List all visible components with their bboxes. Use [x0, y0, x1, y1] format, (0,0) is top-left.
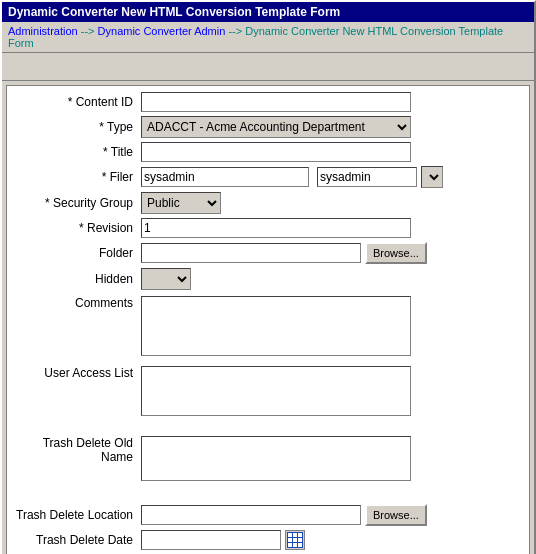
- comments-row: Comments: [7, 292, 529, 362]
- trash-location-label: Trash Delete Location: [11, 508, 141, 522]
- trash-location-row: Trash Delete Location Browse...: [7, 502, 529, 528]
- form-container: * Content ID * Type ADACCT - Acme Accoun…: [6, 85, 530, 554]
- filer-field: [141, 166, 525, 188]
- title-input[interactable]: [141, 142, 411, 162]
- title-row: * Title: [7, 140, 529, 164]
- trash-old-name-row: Trash Delete Old Name: [7, 432, 529, 502]
- hidden-field: Yes No: [141, 268, 525, 290]
- filer-row: * Filer: [7, 164, 529, 190]
- calendar-button[interactable]: [285, 530, 305, 550]
- filer-input2[interactable]: [317, 167, 417, 187]
- comments-field: [141, 296, 525, 356]
- security-group-field: Public Private Secure: [141, 192, 525, 214]
- comments-label: Comments: [11, 296, 141, 310]
- security-group-label: * Security Group: [11, 196, 141, 210]
- folder-label: Folder: [11, 246, 141, 260]
- hidden-label: Hidden: [11, 272, 141, 286]
- type-row: * Type ADACCT - Acme Accounting Departme…: [7, 114, 529, 140]
- trash-location-browse-button[interactable]: Browse...: [365, 504, 427, 526]
- content-id-input[interactable]: [141, 92, 411, 112]
- revision-label: * Revision: [11, 221, 141, 235]
- security-group-row: * Security Group Public Private Secure: [7, 190, 529, 216]
- revision-field: [141, 218, 525, 238]
- folder-field: Browse...: [141, 242, 525, 264]
- comments-textarea[interactable]: [141, 296, 411, 356]
- content-id-row: * Content ID: [7, 90, 529, 114]
- trash-old-name-field: [141, 436, 525, 481]
- user-access-row: User Access List: [7, 362, 529, 432]
- breadcrumb-admin[interactable]: Administration: [8, 25, 78, 37]
- title-label: * Title: [11, 145, 141, 159]
- type-field: ADACCT - Acme Accounting Department Othe…: [141, 116, 525, 138]
- content-id-field: [141, 92, 525, 112]
- hidden-row: Hidden Yes No: [7, 266, 529, 292]
- window-title: Dynamic Converter New HTML Conversion Te…: [8, 5, 340, 19]
- trash-old-name-textarea[interactable]: [141, 436, 411, 481]
- folder-row: Folder Browse...: [7, 240, 529, 266]
- folder-browse-button[interactable]: Browse...: [365, 242, 427, 264]
- trash-date-row: Trash Delete Date: [7, 528, 529, 552]
- filer-input1[interactable]: [141, 167, 309, 187]
- trash-old-name-label: Trash Delete Old Name: [11, 436, 141, 464]
- user-access-textarea[interactable]: [141, 366, 411, 416]
- revision-row: * Revision: [7, 216, 529, 240]
- user-access-field: [141, 366, 525, 416]
- title-field: [141, 142, 525, 162]
- title-bar: Dynamic Converter New HTML Conversion Te…: [2, 2, 534, 22]
- trash-date-input[interactable]: [141, 530, 281, 550]
- filer-label: * Filer: [11, 170, 141, 184]
- hidden-select[interactable]: Yes No: [141, 268, 191, 290]
- security-group-select[interactable]: Public Private Secure: [141, 192, 221, 214]
- trash-location-input[interactable]: [141, 505, 361, 525]
- folder-input[interactable]: [141, 243, 361, 263]
- trash-date-label: Trash Delete Date: [11, 533, 141, 547]
- revision-input[interactable]: [141, 218, 411, 238]
- filer-dropdown[interactable]: [421, 166, 443, 188]
- user-access-label: User Access List: [11, 366, 141, 380]
- main-window: Dynamic Converter New HTML Conversion Te…: [0, 0, 536, 554]
- type-select[interactable]: ADACCT - Acme Accounting Department Othe…: [141, 116, 411, 138]
- breadcrumb-dynamic-admin[interactable]: Dynamic Converter Admin: [98, 25, 226, 37]
- type-label: * Type: [11, 120, 141, 134]
- trash-location-field: Browse...: [141, 504, 525, 526]
- content-id-label: * Content ID: [11, 95, 141, 109]
- breadcrumb: Administration --> Dynamic Converter Adm…: [2, 22, 534, 53]
- trash-date-field: [141, 530, 525, 550]
- toolbar: [2, 53, 534, 81]
